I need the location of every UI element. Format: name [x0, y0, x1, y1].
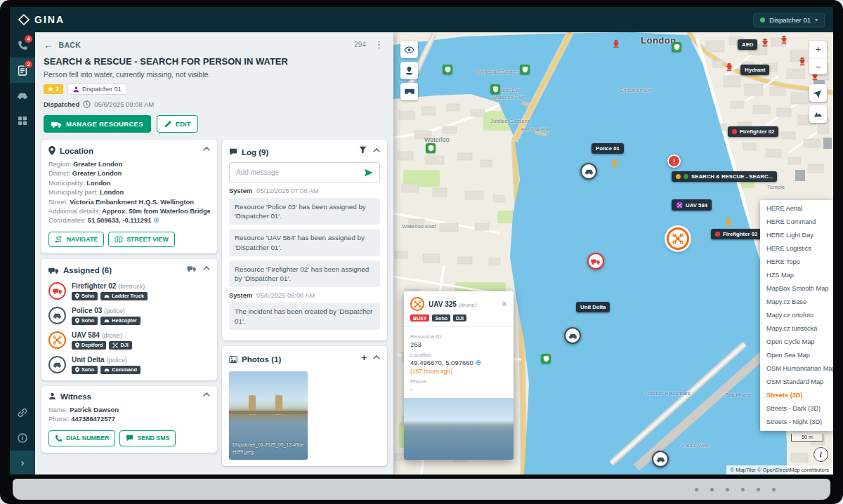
collapse-chevron-icon[interactable] — [203, 392, 210, 397]
layer-option[interactable]: HERE Topo — [760, 256, 833, 269]
layer-option[interactable]: Streets - Dark (3D) — [760, 402, 833, 416]
crosshair-icon[interactable]: ⊕ — [475, 359, 481, 366]
photo-thumbnail[interactable]: Dispatcher_01-2025_05_12-43beeb99.jpeg — [229, 371, 308, 460]
map-tools — [400, 41, 418, 100]
layer-option[interactable]: OSM Humanitarian Map — [760, 362, 833, 376]
resource-photo[interactable] — [404, 398, 514, 460]
resource-row[interactable]: Unit Delta (police) SohoCommand — [48, 356, 210, 374]
police-boat-marker[interactable] — [652, 451, 669, 467]
layer-option[interactable]: Mapy.cz turistická — [760, 322, 833, 336]
nav-integrations[interactable] — [10, 400, 35, 425]
layer-option[interactable]: Mapy.cz Base — [760, 296, 833, 309]
layer-option[interactable]: Streets - Night (3D) — [760, 416, 833, 429]
log-message: Resource 'UAV 584' has been assigned by … — [229, 229, 380, 256]
dial-number-button[interactable]: DIAL NUMBER — [48, 430, 115, 446]
selected-drone-marker[interactable] — [667, 227, 689, 250]
kebab-menu-icon[interactable]: ⋮ — [374, 39, 384, 50]
resource-tag: Soho — [72, 366, 98, 374]
collapse-chevron-icon[interactable] — [203, 147, 210, 151]
yellow-hydrant-icon[interactable] — [725, 218, 732, 227]
incident-alert-marker[interactable]: ! — [667, 154, 681, 168]
terrain-button[interactable] — [809, 105, 827, 123]
layer-option[interactable]: Mapy.cz ortofoto — [760, 309, 833, 322]
map-pill-uav-584[interactable]: UAV 584 — [672, 199, 712, 211]
street-view-button[interactable]: STREET VIEW — [108, 232, 175, 247]
hydrant-icon[interactable] — [799, 57, 806, 66]
sidebar-expand-button[interactable]: › — [10, 451, 35, 475]
add-photo-button[interactable]: + — [361, 352, 367, 363]
layer-option[interactable]: HERE Aerial — [760, 202, 833, 215]
hydrant-icon[interactable] — [726, 62, 733, 72]
3d-view-button[interactable] — [400, 83, 418, 100]
map-pill-hydrant[interactable]: Hydrant — [740, 65, 769, 75]
hydrant-icon[interactable] — [762, 38, 769, 47]
resource-row[interactable]: Firefighter 02 (firetruck) SohoLadder Tr… — [48, 282, 210, 300]
shield-marker-icon[interactable] — [541, 354, 551, 364]
layer-option[interactable]: HERE Light Day — [760, 229, 833, 242]
hydrant-icon[interactable] — [780, 35, 788, 44]
collapse-chevron-icon[interactable] — [373, 355, 380, 359]
map-label: Embankment — [620, 87, 652, 93]
shield-marker-icon[interactable] — [490, 84, 500, 94]
zoom-in-button[interactable]: + — [809, 41, 827, 58]
shield-marker-icon[interactable] — [672, 42, 681, 52]
yellow-hydrant-icon[interactable] — [611, 159, 618, 168]
witness-title: Witness — [60, 392, 91, 401]
poi-layers-button[interactable] — [400, 62, 418, 79]
visibility-button[interactable] — [400, 41, 418, 58]
police-boat-marker[interactable] — [580, 163, 597, 180]
info-icon — [18, 433, 27, 443]
back-button[interactable]: ← BACK — [44, 40, 81, 50]
nav-calls[interactable]: 4 — [10, 32, 35, 58]
resource-row[interactable]: Police 03 (police) SohoHelicopter — [48, 307, 210, 325]
resource-row[interactable]: UAV 584 (drone) DeptfordDJI — [48, 331, 210, 350]
map-pill-firefighter-clipped[interactable]: Firefighter 02 — [711, 229, 762, 239]
nav-info[interactable] — [10, 425, 35, 451]
edit-button[interactable]: EDIT — [157, 115, 199, 133]
send-sms-button[interactable]: SEND SMS — [119, 430, 176, 446]
send-icon[interactable] — [364, 168, 373, 177]
crosshair-icon[interactable]: ⊕ — [153, 216, 159, 224]
manage-resources-button[interactable]: MANAGE RESOURCES — [44, 115, 151, 133]
hydrant-icon[interactable] — [613, 39, 620, 48]
layer-option[interactable]: Open Cycle Map — [760, 336, 833, 349]
police-boat-marker[interactable] — [564, 327, 581, 344]
nav-incidents[interactable]: 2 — [10, 58, 35, 83]
map-pill-unit-delta[interactable]: Unit Delta — [576, 302, 610, 312]
zoom-out-button[interactable]: − — [809, 58, 827, 74]
close-icon[interactable]: × — [502, 299, 507, 309]
online-status-dot — [760, 18, 765, 22]
firetruck-marker[interactable] — [587, 253, 604, 270]
log-group-header: System05/6/2025 09:08 AM — [229, 292, 380, 299]
layer-option[interactable]: HERE Command — [760, 215, 833, 229]
map-pill-police-01[interactable]: Police 01 — [592, 143, 624, 154]
nav-dashboard[interactable] — [10, 108, 35, 133]
shield-marker-icon[interactable] — [443, 65, 452, 74]
shield-marker-icon[interactable] — [426, 143, 436, 153]
locate-button[interactable] — [809, 84, 827, 102]
layer-option-active[interactable]: Streets (3D) — [760, 389, 833, 402]
dispatcher-menu[interactable]: Dispatcher 01 ▾ — [753, 13, 825, 27]
nav-resources[interactable] — [10, 83, 35, 108]
witness-phone-line: Phone: 447386472577 — [48, 414, 210, 423]
message-input-wrap — [229, 162, 380, 183]
filter-icon[interactable] — [359, 146, 367, 154]
collapse-chevron-icon[interactable] — [373, 148, 380, 152]
navigate-button[interactable]: NAVIGATE — [48, 232, 104, 247]
calls-badge: 4 — [24, 34, 33, 44]
map[interactable]: London Whitehall Garden London Eye Water… — [393, 32, 833, 475]
map-pill-firefighter-02[interactable]: Firefighter 02 — [728, 126, 778, 137]
dispatch-truck-icon[interactable] — [187, 265, 197, 272]
map-pill-incident[interactable]: SEARCH & RESCUE - SEARC... — [672, 171, 777, 182]
layer-option[interactable]: Open Sea Map — [760, 349, 833, 362]
layer-option[interactable]: HERE Logistics — [760, 242, 833, 256]
shield-marker-icon[interactable] — [520, 65, 530, 74]
layer-option[interactable]: HZS Map — [760, 269, 833, 282]
collapse-chevron-icon[interactable] — [203, 266, 210, 270]
layer-option[interactable]: OSM Standard Map — [760, 376, 833, 389]
layer-option[interactable]: MapBox Smooth Map — [760, 282, 833, 296]
grid-icon — [18, 116, 27, 126]
map-info-button[interactable]: i — [813, 447, 828, 462]
message-input[interactable] — [236, 168, 360, 176]
map-pill-aed[interactable]: AED — [738, 39, 757, 50]
